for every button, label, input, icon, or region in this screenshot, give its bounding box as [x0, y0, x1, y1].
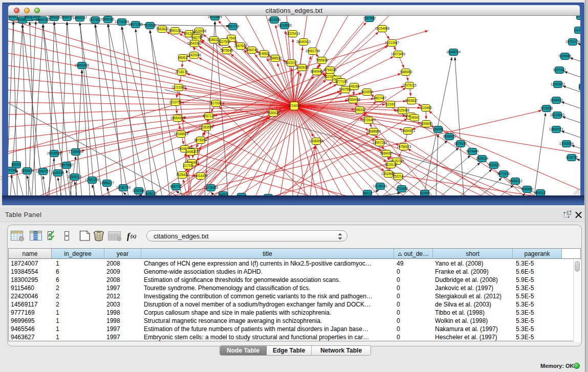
svg-text:12942757: 12942757: [36, 169, 51, 173]
svg-text:9694: 9694: [411, 116, 419, 119]
svg-text:8878354: 8878354: [194, 138, 207, 142]
svg-text:20053346: 20053346: [75, 63, 90, 67]
svg-text:16914479: 16914479: [193, 174, 208, 178]
svg-text:12093872: 12093872: [551, 82, 565, 86]
svg-text:19166825: 19166825: [174, 132, 189, 136]
svg-text:1116753: 1116753: [565, 156, 578, 159]
svg-text:7663822: 7663822: [156, 27, 169, 31]
svg-text:16648784: 16648784: [446, 50, 461, 54]
svg-text:9146821: 9146821: [258, 52, 271, 55]
svg-text:1530021: 1530021: [267, 111, 280, 115]
svg-text:9245652: 9245652: [521, 187, 534, 191]
svg-text:19756923: 19756923: [397, 145, 411, 148]
svg-text:8454749: 8454749: [246, 48, 258, 52]
svg-text:1588520: 1588520: [269, 56, 282, 60]
svg-text:19975867: 19975867: [59, 163, 74, 167]
svg-text:13692971: 13692971: [549, 127, 564, 131]
svg-text:6679197: 6679197: [454, 142, 467, 145]
svg-text:252214: 252214: [393, 174, 404, 178]
svg-text:9115460: 9115460: [420, 106, 432, 110]
svg-text:2087682: 2087682: [363, 16, 376, 20]
svg-text:1065326: 1065326: [48, 16, 61, 19]
svg-text:18907249: 18907249: [373, 141, 387, 144]
svg-text:804112: 804112: [535, 191, 546, 194]
svg-text:1362635: 1362635: [296, 65, 309, 69]
svg-text:62160: 62160: [386, 102, 395, 106]
svg-text:10961758: 10961758: [306, 49, 320, 53]
svg-text:16782759: 16782759: [116, 186, 131, 189]
svg-text:10654112: 10654112: [508, 179, 522, 183]
svg-text:1156829: 1156829: [21, 169, 34, 172]
svg-text:6466160: 6466160: [102, 17, 115, 21]
svg-text:2667608: 2667608: [234, 44, 247, 48]
svg-text:1244413: 1244413: [550, 98, 563, 102]
svg-text:39154: 39154: [8, 168, 16, 172]
svg-text:10973493: 10973493: [391, 52, 406, 56]
svg-text:1145194: 1145194: [52, 171, 64, 174]
svg-text:7485063: 7485063: [400, 70, 412, 74]
svg-text:1724007: 1724007: [288, 104, 301, 107]
svg-text:19654923: 19654923: [401, 129, 416, 133]
svg-text:111236: 111236: [574, 28, 580, 32]
svg-text:746266: 746266: [349, 84, 360, 88]
svg-text:(x): (x): [130, 233, 137, 239]
svg-text:9227342: 9227342: [553, 68, 566, 72]
svg-text:17957255: 17957255: [85, 178, 100, 182]
svg-text:15751074: 15751074: [565, 40, 580, 43]
svg-text:16033809: 16033809: [208, 16, 223, 18]
svg-text:7625402: 7625402: [176, 173, 189, 177]
svg-text:8960124: 8960124: [169, 29, 182, 32]
svg-text:3624554: 3624554: [361, 90, 374, 94]
svg-text:10958127: 10958127: [100, 181, 115, 185]
svg-text:9699695: 9699695: [420, 122, 433, 125]
svg-text:10025458: 10025458: [395, 108, 410, 112]
svg-text:13716485: 13716485: [204, 186, 219, 189]
svg-text:13325419: 13325419: [286, 32, 300, 35]
svg-text:82450: 82450: [420, 191, 429, 195]
svg-text:16154808: 16154808: [375, 27, 390, 30]
svg-text:1010755: 1010755: [169, 100, 182, 104]
svg-text:2693717: 2693717: [61, 16, 74, 19]
svg-text:16671355: 16671355: [128, 23, 143, 26]
svg-text:10688609: 10688609: [366, 129, 381, 133]
svg-text:9463627: 9463627: [405, 99, 418, 102]
svg-text:20364436: 20364436: [346, 98, 361, 101]
svg-text:12975115: 12975115: [402, 83, 417, 87]
svg-text:15720407: 15720407: [361, 118, 376, 122]
svg-text:14212: 14212: [579, 85, 580, 89]
svg-text:10653267: 10653267: [73, 16, 88, 19]
svg-text:22420046: 22420046: [187, 53, 202, 57]
svg-text:16210643: 16210643: [550, 113, 565, 117]
svg-text:8990448: 8990448: [311, 70, 323, 73]
svg-text:12213369: 12213369: [171, 85, 186, 89]
svg-text:9657791: 9657791: [170, 185, 183, 188]
svg-text:14136141: 14136141: [373, 184, 388, 188]
svg-text:7632621: 7632621: [488, 163, 500, 167]
svg-text:9684067: 9684067: [380, 151, 393, 155]
svg-text:3267130: 3267130: [203, 114, 215, 118]
svg-text:7955812: 7955812: [316, 58, 329, 62]
svg-text:3215958: 3215958: [540, 106, 553, 110]
svg-text:96012: 96012: [363, 191, 372, 195]
svg-text:8471676: 8471676: [497, 172, 510, 176]
svg-text:1292346: 1292346: [133, 189, 145, 192]
svg-text:19384554: 19384554: [309, 139, 324, 143]
svg-text:5875645: 5875645: [221, 49, 233, 52]
svg-text:34982: 34982: [186, 150, 195, 154]
svg-text:9777169: 9777169: [335, 80, 348, 83]
svg-text:10807487: 10807487: [372, 96, 387, 100]
svg-text:17359924: 17359924: [69, 150, 83, 154]
svg-text:1733426: 1733426: [396, 187, 408, 190]
svg-text:917006: 917006: [210, 101, 222, 105]
svg-text:8322037: 8322037: [285, 61, 298, 64]
svg-text:20206556: 20206556: [47, 151, 62, 155]
svg-text:9245012: 9245012: [144, 192, 157, 195]
svg-text:8938923: 8938923: [443, 135, 456, 138]
svg-text:17016504: 17016504: [559, 142, 574, 145]
svg-text:7986322: 7986322: [354, 108, 366, 112]
svg-text:1615132: 1615132: [385, 163, 398, 166]
svg-text:19654955: 19654955: [170, 116, 185, 120]
svg-text:2935114: 2935114: [476, 157, 489, 160]
svg-text:98275: 98275: [192, 36, 201, 39]
svg-text:1527602: 1527602: [89, 18, 102, 21]
